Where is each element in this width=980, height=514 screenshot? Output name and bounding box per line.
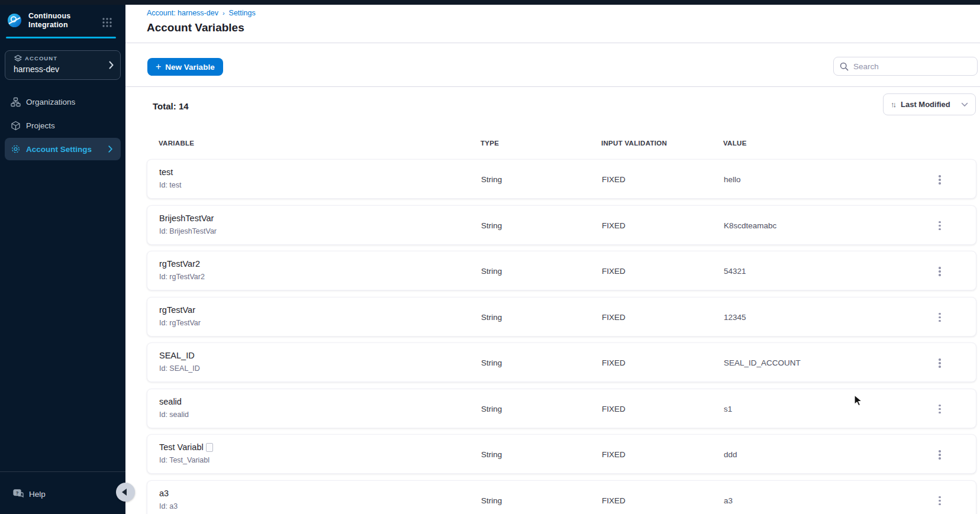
variable-value: 12345 — [724, 313, 746, 322]
new-variable-button[interactable]: + New Variable — [147, 58, 223, 76]
app-window: Continuous Integration ACCOUNT harne — [0, 0, 980, 514]
sidebar-item-label: Account Settings — [26, 145, 92, 154]
missing-glyph-box — [206, 443, 213, 452]
arrow-left-icon — [122, 489, 127, 496]
sidebar-item-organizations[interactable]: Organizations — [0, 90, 125, 114]
accent-rule — [6, 37, 116, 38]
variable-type: String — [481, 267, 502, 276]
row-menu-button[interactable] — [934, 173, 945, 187]
variable-id: Id: rgTestVar2 — [159, 273, 205, 281]
sidebar-nav: Organizations Projects A — [0, 90, 125, 160]
help-chat-icon: ? — [13, 489, 24, 499]
account-label: ACCOUNT — [25, 55, 57, 62]
variable-value: a3 — [724, 496, 733, 505]
sidebar-footer-divider — [0, 471, 125, 472]
sidebar-item-account-settings[interactable]: Account Settings — [5, 138, 121, 160]
row-menu-button[interactable] — [934, 402, 945, 416]
variable-row[interactable]: SEAL_ID Id: SEAL_ID String FIXED SEAL_ID… — [147, 342, 976, 382]
module-grid-icon[interactable] — [102, 17, 112, 28]
variable-value: ddd — [724, 450, 737, 459]
variable-value: SEAL_ID_ACCOUNT — [724, 358, 801, 367]
breadcrumb-separator: › — [223, 9, 225, 17]
variable-row[interactable]: Test Variabl Id: Test_Variabl String FIX… — [147, 434, 976, 474]
breadcrumb-account-link[interactable]: Account: harness-dev — [147, 9, 218, 17]
variable-type: String — [481, 358, 502, 367]
row-menu-button[interactable] — [934, 448, 945, 462]
total-count: Total: 14 — [153, 101, 189, 111]
header-divider — [125, 43, 980, 43]
module-title: Continuous Integration — [28, 12, 92, 30]
search-icon — [840, 62, 849, 71]
variable-row[interactable]: a3 Id: a3 String FIXED a3 — [147, 480, 976, 514]
sidebar: Continuous Integration ACCOUNT harne — [0, 0, 125, 514]
variable-type: String — [481, 313, 502, 322]
sort-arrows-icon: ↑↓ — [891, 100, 895, 109]
breadcrumb: Account: harness-dev›Settings — [147, 9, 256, 17]
variable-id: Id: a3 — [159, 502, 178, 510]
column-header-type: TYPE — [481, 140, 499, 147]
sort-dropdown-value: Last Modified — [900, 100, 956, 109]
cube-icon — [11, 121, 21, 131]
row-menu-button[interactable] — [934, 356, 945, 370]
variable-row[interactable]: sealid Id: sealid String FIXED s1 — [147, 389, 976, 428]
svg-text:?: ? — [16, 490, 19, 496]
page-title: Account Variables — [147, 21, 244, 34]
row-menu-button[interactable] — [934, 494, 945, 508]
search-box — [833, 57, 978, 76]
window-top-strip — [0, 0, 980, 5]
row-menu-button[interactable] — [934, 219, 945, 233]
variable-type: String — [481, 496, 502, 505]
row-menu-button[interactable] — [934, 311, 945, 325]
variable-input-validation: FIXED — [602, 450, 626, 459]
variable-id: Id: test — [159, 181, 182, 189]
variable-row[interactable]: BrijeshTestVar Id: BrijeshTestVar String… — [147, 205, 976, 245]
sidebar-item-label: Organizations — [26, 98, 75, 106]
variable-id: Id: Test_Variabl — [159, 456, 209, 464]
help-button[interactable]: ? Help — [0, 485, 125, 503]
variable-name: a3 — [159, 489, 169, 498]
main-content: Account: harness-dev›Settings Account Va… — [125, 5, 980, 514]
new-variable-label: New Variable — [165, 63, 214, 72]
variable-value: hello — [724, 175, 741, 184]
variable-value: s1 — [724, 405, 732, 413]
variable-input-validation: FIXED — [602, 267, 626, 276]
harness-ci-logo-icon — [8, 14, 21, 27]
layers-icon — [14, 54, 22, 62]
variable-id: Id: rgTestVar — [159, 319, 201, 327]
column-header-value: VALUE — [723, 140, 747, 147]
sidebar-item-label: Projects — [26, 121, 55, 130]
variable-row[interactable]: rgTestVar2 Id: rgTestVar2 String FIXED 5… — [147, 251, 976, 290]
variable-input-validation: FIXED — [602, 358, 626, 367]
chevron-right-icon — [109, 61, 114, 69]
sidebar-collapse-button[interactable] — [116, 483, 135, 502]
variable-input-validation: FIXED — [602, 175, 626, 184]
variable-id: Id: BrijeshTestVar — [159, 227, 217, 235]
org-chart-icon — [11, 97, 21, 107]
account-selector[interactable]: ACCOUNT harness-dev — [5, 50, 121, 80]
brand-header: Continuous Integration — [0, 5, 125, 37]
gear-icon — [11, 144, 21, 154]
variable-type: String — [481, 405, 502, 413]
variable-input-validation: FIXED — [602, 405, 626, 413]
variable-value: K8scdteamabc — [724, 221, 776, 230]
variable-name: rgTestVar — [159, 305, 195, 315]
chevron-down-icon — [961, 102, 968, 107]
variable-input-validation: FIXED — [602, 313, 626, 322]
help-label: Help — [29, 490, 46, 499]
sidebar-item-projects[interactable]: Projects — [0, 114, 125, 137]
variable-row[interactable]: rgTestVar Id: rgTestVar String FIXED 123… — [147, 297, 976, 337]
variable-value: 54321 — [724, 267, 746, 276]
sort-dropdown[interactable]: ↑↓ Last Modified — [883, 93, 976, 115]
variable-input-validation: FIXED — [602, 221, 626, 230]
search-input[interactable] — [853, 62, 971, 71]
variable-type: String — [481, 175, 502, 184]
variable-input-validation: FIXED — [602, 496, 626, 505]
plus-icon: + — [156, 62, 161, 72]
variable-name: BrijeshTestVar — [159, 214, 214, 223]
variable-name: sealid — [159, 397, 182, 406]
row-menu-button[interactable] — [934, 264, 945, 279]
variable-row[interactable]: test Id: test String FIXED hello — [147, 159, 976, 199]
variable-name: test — [159, 167, 173, 177]
breadcrumb-settings-link[interactable]: Settings — [229, 9, 256, 17]
column-header-input-validation: INPUT VALIDATION — [601, 140, 667, 147]
